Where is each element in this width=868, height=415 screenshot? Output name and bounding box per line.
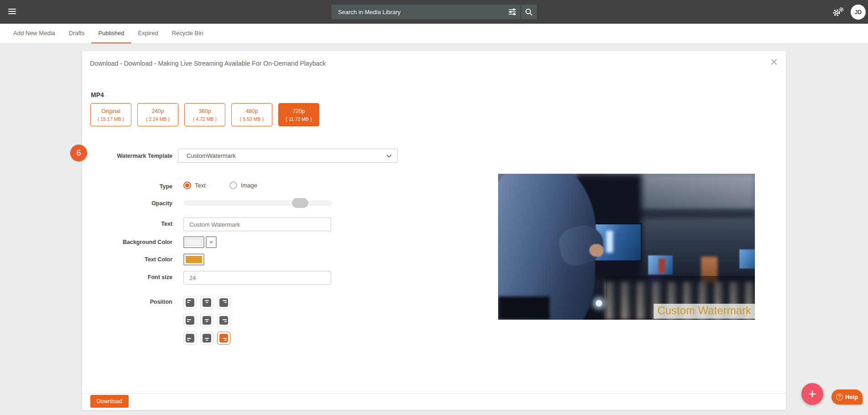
quality-label: 240p <box>152 108 164 114</box>
font-size-input[interactable] <box>183 271 331 285</box>
position-middle-right-button[interactable] <box>217 314 230 327</box>
radio-image[interactable] <box>229 182 237 189</box>
tab-recycle-bin[interactable]: Recycle Bin <box>165 24 210 43</box>
position-top-right-button[interactable] <box>217 296 230 309</box>
help-button[interactable]: ? Help <box>832 389 863 405</box>
position-bottom-center-button[interactable] <box>200 332 213 345</box>
quality-original-button[interactable]: Original ( 15.17 MB ) <box>90 103 131 126</box>
radio-image-label[interactable]: Image <box>241 182 257 189</box>
tab-expired[interactable]: Expired <box>131 24 165 43</box>
position-middle-center-button[interactable] <box>200 314 213 327</box>
user-avatar[interactable]: JD <box>851 5 866 20</box>
quality-360p-button[interactable]: 360p ( 4.72 MB ) <box>184 103 225 126</box>
preview-scene-speaker-hand <box>589 244 603 257</box>
filter-sliders-icon[interactable] <box>504 5 520 19</box>
opacity-label: Opacity <box>86 200 172 207</box>
tab-add-new-media[interactable]: Add New Media <box>6 24 62 43</box>
text-color-swatch[interactable] <box>183 254 204 265</box>
type-label: Type <box>86 183 172 190</box>
type-radio-group: Text Image <box>183 182 281 189</box>
position-bottom-left-button[interactable] <box>183 332 197 345</box>
quality-label: Original <box>101 108 120 114</box>
position-top-center-button[interactable] <box>200 296 213 309</box>
question-circle-icon: ? <box>836 394 843 400</box>
select-value: CustomWatermark <box>187 152 386 159</box>
search-bar <box>332 5 537 19</box>
position-middle-left-button[interactable] <box>183 314 197 327</box>
opacity-slider[interactable] <box>183 200 332 206</box>
quality-options: Original ( 15.17 MB ) 240p ( 2.24 MB ) 3… <box>90 103 319 126</box>
step-number-badge: 6 <box>70 145 87 161</box>
radio-text-label[interactable]: Text <box>195 182 206 189</box>
app-window: JD Add New Media Drafts Published Expire… <box>0 0 868 415</box>
quality-label: 480p <box>246 108 258 114</box>
watermark-preview-image: Custom Watermark <box>498 174 755 320</box>
quality-720p-button[interactable]: 720p ( 11.72 MB ) <box>278 103 319 126</box>
download-dialog: Download - Download - Making Live Stream… <box>82 51 786 410</box>
quality-label: 360p <box>199 108 211 114</box>
top-bar: JD <box>0 0 868 24</box>
add-fab-button[interactable]: + <box>801 383 823 405</box>
font-size-label: Font size <box>86 274 172 280</box>
dialog-title: Download - Download - Making Live Stream… <box>90 60 326 67</box>
tab-published[interactable]: Published <box>91 24 131 43</box>
quality-240p-button[interactable]: 240p ( 2.24 MB ) <box>137 103 178 126</box>
quality-size: ( 11.72 MB ) <box>286 116 312 122</box>
position-grid <box>183 296 230 345</box>
download-button[interactable]: Download <box>90 395 129 408</box>
background-color-clear-button[interactable]: × <box>206 236 217 248</box>
plus-icon: + <box>808 386 816 402</box>
tab-drafts[interactable]: Drafts <box>62 24 92 43</box>
help-label: Help <box>845 394 858 400</box>
search-input[interactable] <box>332 5 504 19</box>
background-color-swatch-fill <box>186 239 202 246</box>
format-heading: MP4 <box>91 91 104 99</box>
preview-scene-speaker-leg <box>498 296 550 320</box>
background-color-label: Background Color <box>86 239 172 245</box>
watermark-template-select[interactable]: CustomWatermark <box>178 149 398 163</box>
tab-bar: Add New Media Drafts Published Expired R… <box>0 24 868 44</box>
quality-size: ( 5.53 MB ) <box>240 116 264 122</box>
settings-gears-icon[interactable] <box>832 7 844 19</box>
footer-divider <box>82 393 786 394</box>
opacity-handle[interactable] <box>292 198 308 208</box>
quality-480p-button[interactable]: 480p ( 5.53 MB ) <box>231 103 272 126</box>
watermark-text-input[interactable] <box>183 218 331 231</box>
chevron-down-icon <box>386 154 392 158</box>
watermark-template-label: Watermark Template <box>86 153 172 159</box>
preview-scene-figure <box>659 259 665 273</box>
search-icon[interactable] <box>520 5 537 19</box>
text-color-control <box>183 254 204 265</box>
close-icon[interactable]: × <box>770 56 778 68</box>
quality-size: ( 15.17 MB ) <box>98 116 124 122</box>
background-color-swatch[interactable] <box>183 236 204 248</box>
hamburger-menu-icon[interactable] <box>8 9 16 16</box>
preview-scene-tv-screen <box>739 249 755 269</box>
background-color-control: × <box>183 236 217 248</box>
radio-text[interactable] <box>183 182 191 189</box>
position-top-left-button[interactable] <box>183 296 197 309</box>
quality-size: ( 4.72 MB ) <box>193 116 217 122</box>
text-color-swatch-fill <box>186 256 202 263</box>
preview-watermark-overlay: Custom Watermark <box>654 304 755 319</box>
text-label: Text <box>86 221 172 227</box>
text-color-label: Text Color <box>86 256 172 263</box>
position-label: Position <box>86 299 172 305</box>
position-bottom-right-button[interactable] <box>217 332 230 345</box>
quality-size: ( 2.24 MB ) <box>146 116 170 122</box>
quality-label: 720p <box>293 108 305 114</box>
